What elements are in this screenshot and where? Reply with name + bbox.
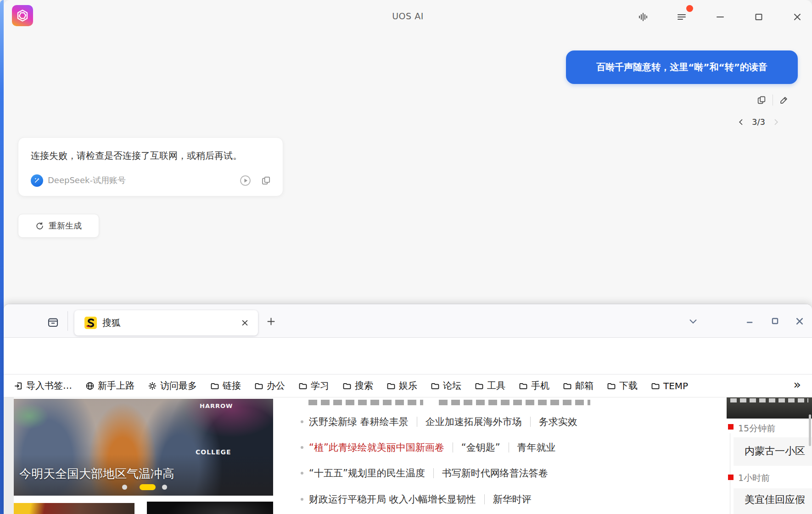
bookmark-item[interactable]: 工具 bbox=[475, 380, 505, 392]
bookmark-item[interactable]: 下载 bbox=[607, 380, 638, 392]
sidebar-headline[interactable]: 美宜佳回应假 bbox=[745, 493, 805, 507]
browser-minimize-button[interactable] bbox=[738, 317, 762, 326]
minimize-button[interactable] bbox=[715, 11, 726, 22]
folder-icon bbox=[475, 381, 484, 391]
next-response-icon[interactable] bbox=[772, 118, 780, 126]
news-row: 沃野染新绿 春耕绘丰景企业加速拓展海外市场务求实效 bbox=[301, 415, 577, 429]
error-message: 连接失败，请检查是否连接了互联网，或稍后再试。 bbox=[31, 150, 242, 162]
news-row: “十五五”规划里的民生温度书写新时代网络普法答卷 bbox=[301, 466, 548, 480]
news-headline-link[interactable]: 务求实效 bbox=[539, 415, 577, 428]
background-window-edge bbox=[0, 0, 4, 514]
news-row: “植”此青绿绘就美丽中国新画卷“金钥匙”青年就业 bbox=[301, 441, 556, 454]
page-gutter bbox=[4, 397, 14, 514]
news-headline-link[interactable]: 新华时评 bbox=[493, 493, 532, 506]
divider bbox=[67, 311, 68, 331]
headline-separator bbox=[453, 442, 453, 453]
folder-icon bbox=[607, 381, 616, 391]
carousel-dot[interactable] bbox=[122, 485, 127, 490]
bookmark-label: 论坛 bbox=[443, 380, 461, 392]
sohu-favicon-icon bbox=[84, 317, 97, 329]
bookmark-label: 下载 bbox=[619, 380, 638, 392]
news-row: 财政运行平稳开局 收入小幅增长显韧性新华时评 bbox=[301, 492, 532, 506]
news-headline-link[interactable]: 财政运行平稳开局 收入小幅增长显韧性 bbox=[309, 493, 476, 506]
bookmark-item[interactable]: 邮箱 bbox=[563, 380, 594, 392]
headline-separator bbox=[484, 494, 485, 504]
bookmarks-bar: 导入书签…新手上路访问最多链接办公学习搜索娱乐论坛工具手机邮箱下载TEMP bbox=[4, 374, 812, 397]
tab-list-chevron-icon[interactable] bbox=[681, 316, 706, 326]
globe-icon bbox=[85, 381, 95, 391]
bookmark-item[interactable]: 论坛 bbox=[431, 380, 461, 392]
play-audio-icon[interactable] bbox=[240, 175, 251, 186]
sidebar-image[interactable] bbox=[727, 397, 812, 419]
maximize-button[interactable] bbox=[753, 11, 764, 22]
bookmark-label: 手机 bbox=[531, 380, 549, 392]
copy-response-icon[interactable] bbox=[261, 175, 271, 186]
bookmark-item[interactable]: 手机 bbox=[519, 380, 549, 392]
article-thumbnail[interactable] bbox=[14, 503, 134, 514]
red-square-bullet bbox=[728, 424, 734, 430]
news-headline-link[interactable]: “金钥匙” bbox=[461, 441, 500, 454]
bookmark-label: 学习 bbox=[311, 380, 329, 392]
bookmark-item[interactable]: 办公 bbox=[254, 380, 285, 392]
bookmark-item[interactable]: 娱乐 bbox=[386, 380, 417, 392]
edit-icon[interactable] bbox=[779, 95, 789, 105]
article-thumbnail[interactable] bbox=[147, 502, 273, 514]
bookmark-label: 工具 bbox=[487, 380, 505, 392]
close-button[interactable] bbox=[792, 11, 803, 22]
sidebar-headline[interactable]: 内蒙古一小区 bbox=[745, 444, 805, 458]
model-name: DeepSeek-试用账号 bbox=[48, 175, 126, 186]
menu-icon[interactable] bbox=[676, 11, 687, 22]
headline-separator bbox=[509, 442, 509, 453]
page-content: HARROW COLLEGE 今明天全国大部地区气温冲高 沃野染新绿 春耕绘丰景… bbox=[4, 397, 812, 514]
bullet-dot bbox=[301, 446, 303, 449]
bookmark-item[interactable]: 学习 bbox=[298, 380, 329, 392]
folder-icon bbox=[342, 381, 352, 391]
bookmark-label: 链接 bbox=[223, 380, 241, 392]
ai-response-card: 连接失败，请检查是否连接了互联网，或稍后再试。 DeepSeek-试用账号 bbox=[18, 137, 283, 196]
new-tab-button[interactable] bbox=[266, 317, 276, 326]
regenerate-button[interactable]: 重新生成 bbox=[18, 214, 99, 238]
news-headline-link[interactable]: 企业加速拓展海外市场 bbox=[426, 415, 522, 428]
sidebar-time: 1小时前 bbox=[738, 472, 770, 484]
folder-icon bbox=[519, 381, 528, 391]
news-headline-link[interactable]: “植”此青绿绘就美丽中国新画卷 bbox=[309, 441, 444, 454]
browser-maximize-button[interactable] bbox=[762, 317, 787, 325]
news-headline-link[interactable]: 书写新时代网络普法答卷 bbox=[442, 467, 548, 480]
carousel-caption: 今明天全国大部地区气温冲高 bbox=[19, 466, 174, 482]
news-headline-link[interactable]: 青年就业 bbox=[517, 441, 556, 454]
page-scrollbar[interactable] bbox=[809, 414, 811, 446]
regenerate-label: 重新生成 bbox=[49, 220, 82, 231]
bookmark-item[interactable]: 链接 bbox=[210, 380, 241, 392]
notification-dot bbox=[686, 5, 693, 12]
voice-wave-icon[interactable] bbox=[638, 11, 649, 22]
bullet-dot bbox=[301, 420, 303, 423]
browser-close-button[interactable] bbox=[787, 317, 812, 326]
bookmark-item[interactable]: 搜索 bbox=[342, 380, 373, 392]
bookmark-label: 访问最多 bbox=[160, 380, 197, 392]
bookmarks-overflow-icon[interactable]: » bbox=[793, 378, 801, 391]
bookmark-item[interactable]: 新手上路 bbox=[85, 380, 134, 392]
copy-icon[interactable] bbox=[756, 95, 767, 105]
news-headline-link[interactable]: “十五五”规划里的民生温度 bbox=[309, 467, 425, 480]
prev-response-icon[interactable] bbox=[737, 118, 745, 126]
firefox-view-icon[interactable] bbox=[47, 316, 59, 329]
response-pager: 3/3 bbox=[737, 117, 780, 127]
bullet-dot bbox=[301, 498, 303, 501]
user-message-bubble: 百啭千声随意转，这里“啭”和“转”的读音 bbox=[566, 50, 798, 84]
tab-close-icon[interactable] bbox=[241, 319, 249, 327]
headline-separator bbox=[530, 417, 531, 427]
bookmark-label: 娱乐 bbox=[399, 380, 417, 392]
bookmark-item[interactable]: TEMP bbox=[651, 380, 688, 391]
bookmark-item[interactable]: 访问最多 bbox=[148, 380, 197, 392]
bookmark-item[interactable]: 导入书签… bbox=[14, 380, 72, 392]
carousel-dot-active[interactable] bbox=[140, 484, 156, 490]
bookmark-label: 导入书签… bbox=[26, 380, 72, 392]
browser-tab-sohu[interactable]: 搜狐 bbox=[74, 310, 258, 335]
carousel-dot[interactable] bbox=[162, 485, 167, 490]
news-headline-link[interactable]: 沃野染新绿 春耕绘丰景 bbox=[309, 415, 409, 428]
uos-ai-window: UOS AI 百啭千声随意转，这里“啭”和“转”的读音 bbox=[4, 0, 812, 307]
shirt-text: HARROW bbox=[200, 402, 233, 409]
bookmark-label: 邮箱 bbox=[575, 380, 594, 392]
carousel-image[interactable]: HARROW COLLEGE 今明天全国大部地区气温冲高 bbox=[14, 399, 273, 496]
bookmark-label: 办公 bbox=[267, 380, 285, 392]
